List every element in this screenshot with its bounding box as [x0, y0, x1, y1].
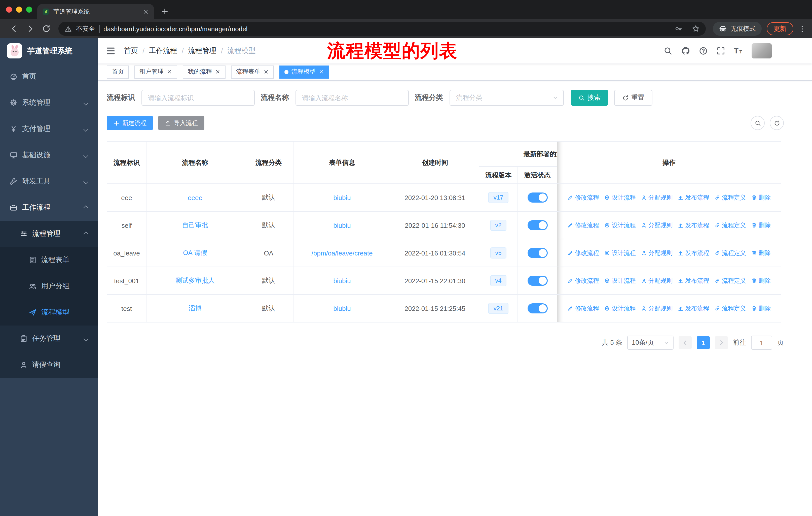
refresh-table-button[interactable] — [770, 116, 784, 130]
sidebar-item-task-management[interactable]: 任务管理 — [0, 326, 98, 352]
active-toggle[interactable] — [527, 248, 547, 258]
password-key-icon[interactable] — [674, 25, 683, 33]
design-action-button[interactable]: 设计流程 — [604, 249, 636, 257]
import-process-button[interactable]: 导入流程 — [158, 116, 204, 130]
form-info-link[interactable]: biubiu — [333, 221, 351, 229]
edit-action-button[interactable]: 修改流程 — [567, 221, 599, 229]
help-icon[interactable] — [699, 46, 708, 55]
sidebar-item-workflow[interactable]: 工作流程 — [0, 194, 98, 221]
process-name-link[interactable]: OA 请假 — [183, 249, 207, 256]
current-page-button[interactable]: 1 — [697, 336, 710, 349]
tag-close-icon[interactable] — [167, 69, 172, 75]
publish-action-button[interactable]: 发布流程 — [677, 304, 709, 313]
definition-action-button[interactable]: 流程定义 — [714, 193, 746, 202]
window-zoom-button[interactable] — [26, 6, 32, 12]
process-key-input[interactable] — [141, 90, 255, 106]
fullscreen-icon[interactable] — [716, 46, 725, 55]
active-toggle[interactable] — [527, 276, 547, 286]
delete-action-button[interactable]: 删除 — [751, 249, 771, 257]
sidebar-collapse-button[interactable] — [106, 46, 116, 56]
design-action-button[interactable]: 设计流程 — [604, 276, 636, 285]
page-size-select[interactable]: 10条/页 — [627, 335, 673, 350]
definition-action-button[interactable]: 流程定义 — [714, 276, 746, 285]
edit-action-button[interactable]: 修改流程 — [567, 276, 599, 285]
definition-action-button[interactable]: 流程定义 — [714, 221, 746, 229]
update-button[interactable]: 更新 — [767, 22, 793, 35]
tag-my-process[interactable]: 我的流程 — [183, 65, 226, 78]
sidebar-item-leave-query[interactable]: 请假查询 — [0, 352, 98, 378]
assign-action-button[interactable]: 分配规则 — [641, 276, 672, 285]
edit-action-button[interactable]: 修改流程 — [567, 249, 599, 257]
tab-close-icon[interactable] — [142, 8, 149, 15]
publish-action-button[interactable]: 发布流程 — [677, 276, 709, 285]
form-info-link[interactable]: biubiu — [333, 277, 351, 284]
next-page-button[interactable] — [715, 336, 728, 349]
browser-tab[interactable]: 芋道管理系统 — [37, 4, 154, 19]
browser-menu-button[interactable] — [799, 25, 806, 32]
user-avatar[interactable] — [752, 43, 772, 58]
definition-action-button[interactable]: 流程定义 — [714, 304, 746, 313]
process-name-link[interactable]: 自己审批 — [182, 221, 208, 229]
design-action-button[interactable]: 设计流程 — [604, 221, 636, 229]
publish-action-button[interactable]: 发布流程 — [677, 221, 709, 229]
font-size-icon[interactable]: TT — [734, 46, 743, 55]
sidebar-item-infrastructure[interactable]: 基础设施 — [0, 142, 98, 168]
design-action-button[interactable]: 设计流程 — [604, 193, 636, 202]
sidebar-item-payment-management[interactable]: 支付管理 — [0, 116, 98, 142]
tag-close-icon[interactable] — [215, 69, 221, 75]
forward-button[interactable] — [26, 24, 35, 33]
sidebar-item-user-group[interactable]: 用户分组 — [0, 273, 98, 299]
tag-close-icon[interactable] — [319, 69, 324, 75]
process-name-input[interactable] — [295, 90, 409, 106]
reset-button[interactable]: 重置 — [614, 90, 652, 106]
assign-action-button[interactable]: 分配规则 — [641, 221, 672, 229]
sidebar-item-process-form[interactable]: 流程表单 — [0, 247, 98, 273]
security-warning-icon[interactable] — [64, 25, 72, 32]
process-category-select[interactable]: 流程分类 — [450, 90, 564, 106]
tag-process-model[interactable]: 流程模型 — [280, 65, 329, 78]
active-toggle[interactable] — [527, 192, 547, 202]
github-icon[interactable] — [681, 46, 690, 55]
process-name-link[interactable]: eeee — [188, 194, 202, 201]
breadcrumb-item[interactable]: 流程管理 — [188, 46, 216, 55]
search-button[interactable]: 搜索 — [571, 90, 608, 106]
window-minimize-button[interactable] — [16, 6, 22, 12]
active-toggle[interactable] — [527, 303, 547, 314]
edit-action-button[interactable]: 修改流程 — [567, 193, 599, 202]
breadcrumb-item[interactable]: 工作流程 — [149, 46, 177, 55]
process-name-link[interactable]: 测试多审批人 — [175, 277, 215, 284]
assign-action-button[interactable]: 分配规则 — [641, 304, 672, 313]
definition-action-button[interactable]: 流程定义 — [714, 249, 746, 257]
sidebar-item-process-model[interactable]: 流程模型 — [0, 299, 98, 326]
form-info-link[interactable]: biubiu — [333, 194, 351, 201]
reload-button[interactable] — [42, 24, 51, 33]
sidebar-item-home[interactable]: 首页 — [0, 63, 98, 90]
goto-page-input[interactable] — [751, 335, 772, 350]
delete-action-button[interactable]: 删除 — [751, 193, 771, 202]
form-info-link[interactable]: /bpm/oa/leave/create — [312, 249, 373, 257]
header-search-icon[interactable] — [664, 46, 672, 55]
publish-action-button[interactable]: 发布流程 — [677, 249, 709, 257]
assign-action-button[interactable]: 分配规则 — [641, 193, 672, 202]
delete-action-button[interactable]: 删除 — [751, 304, 771, 313]
design-action-button[interactable]: 设计流程 — [604, 304, 636, 313]
tag-process-form[interactable]: 流程表单 — [231, 65, 274, 78]
sidebar-item-system-management[interactable]: 系统管理 — [0, 90, 98, 116]
create-process-button[interactable]: 新建流程 — [107, 116, 153, 130]
bookmark-star-icon[interactable] — [692, 25, 700, 33]
form-info-link[interactable]: biubiu — [333, 305, 351, 312]
publish-action-button[interactable]: 发布流程 — [677, 193, 709, 202]
address-bar[interactable]: 不安全 dashboard.yudao.iocoder.cn/bpm/manag… — [58, 22, 706, 36]
toggle-search-button[interactable] — [751, 116, 765, 130]
active-toggle[interactable] — [527, 220, 547, 230]
sidebar-item-process-management[interactable]: 流程管理 — [0, 221, 98, 247]
process-name-link[interactable]: 滔博 — [188, 304, 202, 312]
window-close-button[interactable] — [6, 6, 12, 12]
prev-page-button[interactable] — [678, 336, 692, 349]
tag-close-icon[interactable] — [263, 69, 269, 75]
tag-home[interactable]: 首页 — [107, 65, 129, 78]
edit-action-button[interactable]: 修改流程 — [567, 304, 599, 313]
breadcrumb-item[interactable]: 首页 — [124, 46, 138, 55]
delete-action-button[interactable]: 删除 — [751, 221, 771, 229]
tag-tenant-management[interactable]: 租户管理 — [135, 65, 177, 78]
